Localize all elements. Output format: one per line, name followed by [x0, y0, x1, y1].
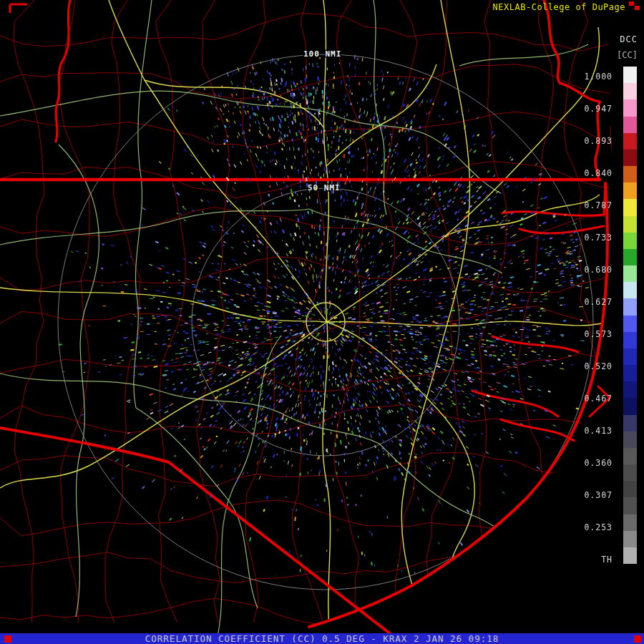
colorbar-label: 0.467	[584, 394, 613, 404]
color-scale-segment	[623, 415, 637, 431]
color-scale-segment	[623, 83, 637, 99]
color-scale-segment	[623, 497, 637, 514]
color-scale-segment	[623, 282, 637, 298]
color-scale-segment	[623, 481, 637, 497]
color-scale-segment	[623, 199, 637, 215]
color-scale-segment	[623, 298, 637, 315]
color-scale-segment	[623, 216, 637, 233]
product-unit: [CC]	[617, 50, 638, 60]
status-bar: CORRELATION COEFFICIENT (CC) 0.5 DEG - K…	[0, 633, 644, 644]
color-scale-segment	[623, 182, 637, 199]
brand-text: NEXLAB-College of DuPage	[493, 2, 625, 12]
radar-echoes-layer	[0, 0, 644, 644]
station-mark-icon	[629, 1, 640, 11]
color-scale-segment	[623, 332, 637, 348]
color-scale-segment	[623, 348, 637, 365]
product-code: DCC	[620, 34, 638, 44]
colorbar-label: 0.360	[584, 458, 613, 468]
colorbar-label: 0.253	[584, 522, 613, 532]
colorbar-label: 0.573	[584, 329, 613, 339]
color-scale-segment	[623, 265, 637, 282]
color-scale-segment	[623, 448, 637, 464]
color-scale-segment	[623, 365, 637, 381]
color-scale-segment	[623, 431, 637, 448]
color-scale-segment	[623, 166, 637, 182]
status-bar-right-mark	[634, 635, 641, 643]
colorbar-label: 0.413	[584, 426, 613, 436]
colorbar-label: 0.893	[584, 136, 613, 146]
color-scale-segment	[623, 381, 637, 398]
colorbar-label: 0.787	[584, 200, 613, 210]
colorbar-label: 0.520	[584, 361, 613, 371]
color-scale-segment	[623, 514, 637, 531]
color-scale-segment	[623, 398, 637, 414]
color-scale-segment	[623, 531, 637, 547]
color-scale-segment	[623, 150, 637, 166]
color-scale-segment	[623, 233, 637, 249]
color-scale-segment	[623, 117, 637, 133]
colorbar-label: 0.307	[584, 490, 613, 500]
color-scale-segment	[623, 547, 637, 564]
colorbar-label: 0.680	[584, 265, 613, 275]
color-scale-segment	[623, 464, 637, 481]
status-bar-left-mark	[4, 635, 11, 643]
colorbar-label: 0.627	[584, 297, 613, 307]
color-scale	[623, 67, 637, 564]
radar-display: 100 NMI 50 NMI NEXLAB-College of DuPage …	[0, 0, 644, 644]
colorbar-label: 0.733	[584, 233, 613, 243]
color-scale-segment	[623, 316, 637, 332]
colorbar-label: 1.000	[584, 72, 613, 82]
color-scale-segment	[623, 133, 637, 150]
color-scale-segment	[623, 249, 637, 265]
color-scale-segment	[623, 99, 637, 116]
colorbar-label: 0.840	[584, 168, 613, 178]
colorbar-label: 0.947	[584, 104, 613, 114]
colorbar-label: TH	[601, 555, 613, 565]
color-scale-segment	[623, 67, 637, 83]
product-title: CORRELATION COEFFICIENT (CC) 0.5 DEG - K…	[145, 633, 499, 644]
